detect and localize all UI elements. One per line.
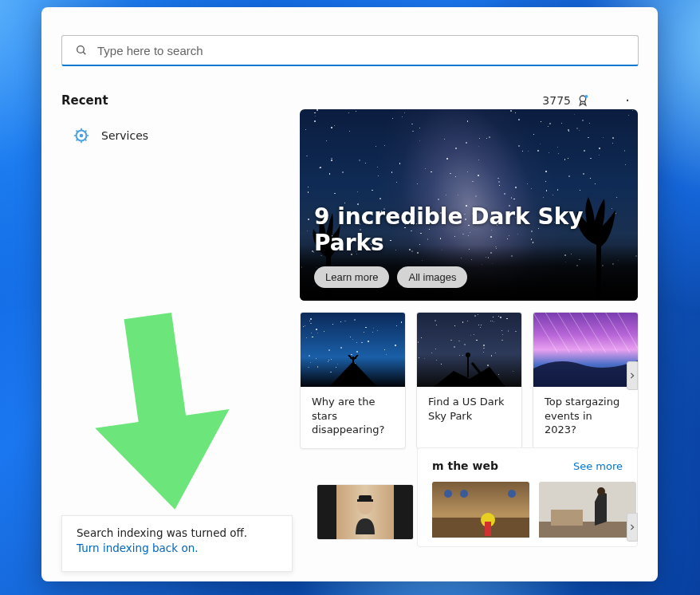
- svg-line-15: [545, 313, 569, 353]
- svg-line-1: [83, 52, 85, 54]
- recent-item-services[interactable]: Services: [66, 124, 155, 148]
- web-section: m the web See more: [417, 447, 638, 547]
- card-title: Top stargazing events in 2023?: [533, 387, 638, 448]
- card-find-park[interactable]: Find a US Dark Sky Park: [416, 312, 522, 449]
- chevron-right-icon: [629, 524, 635, 530]
- svg-point-29: [460, 490, 468, 498]
- chevron-right-icon: [629, 372, 635, 379]
- scroll-right-cards[interactable]: [627, 361, 638, 390]
- hero-title: 9 incredible Dark Sky Parks: [314, 203, 638, 256]
- svg-point-30: [508, 490, 516, 498]
- svg-line-20: [606, 313, 630, 353]
- medal-icon: [576, 93, 590, 108]
- search-panel: Recent 3775 · Services Search indexing w…: [41, 7, 658, 581]
- svg-line-17: [569, 313, 593, 353]
- card-stargazing-events[interactable]: Top stargazing events in 2023?: [533, 312, 639, 449]
- svg-line-18: [581, 313, 605, 353]
- svg-rect-25: [432, 518, 529, 538]
- svg-point-5: [80, 134, 84, 138]
- rewards-points[interactable]: 3775: [542, 93, 590, 108]
- cards-row: Why are the stars disappearing? Find a U…: [300, 312, 647, 449]
- services-icon: [73, 127, 90, 144]
- svg-rect-33: [551, 510, 583, 526]
- notice-message: Search indexing was turned off.: [77, 526, 277, 539]
- search-input[interactable]: [97, 44, 625, 57]
- turn-indexing-on-link[interactable]: Turn indexing back on.: [77, 542, 199, 554]
- learn-more-button[interactable]: Learn more: [314, 266, 389, 288]
- annotation-arrow: [57, 307, 237, 522]
- svg-line-14: [533, 313, 557, 353]
- rewards-count: 3775: [542, 94, 571, 107]
- svg-line-16: [557, 313, 581, 353]
- svg-line-12: [472, 363, 482, 375]
- svg-point-3: [585, 95, 588, 98]
- svg-point-32: [597, 487, 605, 495]
- web-thumb[interactable]: [539, 482, 636, 538]
- web-section-header: m the web: [432, 459, 498, 472]
- recent-header: Recent: [61, 93, 108, 108]
- svg-point-2: [580, 96, 586, 102]
- web-thumb[interactable]: [317, 484, 414, 540]
- see-more-link[interactable]: See more: [573, 460, 623, 472]
- svg-point-11: [466, 353, 470, 357]
- svg-rect-10: [467, 357, 469, 377]
- scroll-right-web[interactable]: [627, 513, 638, 542]
- web-thumb[interactable]: [432, 482, 529, 538]
- svg-line-21: [618, 313, 638, 349]
- card-title: Find a US Dark Sky Park: [417, 387, 521, 434]
- svg-point-0: [77, 46, 85, 53]
- recent-item-label: Services: [101, 129, 148, 142]
- card-stars-disappearing[interactable]: Why are the stars disappearing?: [300, 312, 406, 449]
- card-title: Why are the stars disappearing?: [301, 387, 405, 448]
- hero-card[interactable]: 9 incredible Dark Sky Parks Learn more A…: [300, 109, 638, 301]
- svg-rect-27: [485, 522, 491, 536]
- svg-point-28: [444, 490, 452, 498]
- search-icon: [75, 44, 88, 57]
- svg-rect-24: [357, 499, 373, 502]
- svg-line-19: [594, 313, 618, 353]
- search-bar[interactable]: [61, 35, 639, 66]
- more-button[interactable]: ·: [625, 92, 630, 108]
- all-images-button[interactable]: All images: [397, 266, 467, 288]
- indexing-notice: Search indexing was turned off. Turn ind…: [61, 515, 293, 572]
